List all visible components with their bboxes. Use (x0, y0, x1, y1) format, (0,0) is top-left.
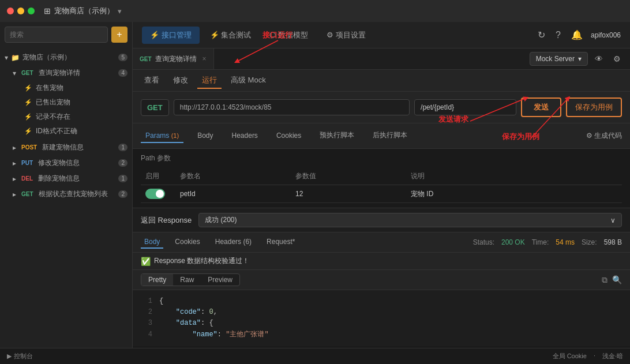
params-tab-post-script[interactable]: 后执行脚本 (368, 128, 412, 144)
format-tab-preview[interactable]: Preview (201, 274, 239, 286)
response-tab-body[interactable]: Body (141, 236, 163, 249)
search-icon-button[interactable]: 🔍 (612, 275, 622, 285)
action-tab-edit[interactable]: 修改 (168, 73, 193, 89)
response-tabs-bar: Body Cookies Headers (6) Request* Status… (133, 232, 630, 253)
mock-server-dropdown[interactable]: Mock Server ▾ (530, 52, 588, 66)
api-count: 1 (118, 144, 127, 151)
response-tab-cookies[interactable]: Cookies (171, 236, 203, 249)
notification-button[interactable]: 🔔 (569, 27, 585, 43)
api-group-label: 修改宠物信息 (38, 158, 80, 168)
refresh-button[interactable]: ↻ (535, 27, 548, 43)
item-label: 已售出宠物 (36, 97, 70, 107)
param-desc: 宠物 ID (406, 185, 622, 203)
response-meta: Status: 200 OK Time: 54 ms Size: 598 B (473, 238, 622, 246)
api-count: 2 (118, 190, 127, 198)
path-params-section: Path 参数 启用 参数名 参数值 说明 (133, 149, 630, 208)
maximize-button[interactable] (28, 7, 35, 14)
add-button[interactable]: + (111, 27, 127, 43)
code-content: "name": "主他广张谱" (159, 329, 269, 340)
params-tab-params[interactable]: Params (1) (141, 129, 183, 143)
format-tab-pretty[interactable]: Pretty (141, 274, 173, 286)
nav-tab-settings[interactable]: ⚙ 项目设置 (318, 27, 374, 44)
api-group-put-header[interactable]: ▸ PUT 修改宠物信息 2 (8, 155, 132, 171)
status-label-text: Status: (473, 238, 494, 246)
nav-tab-api-management[interactable]: ⚡ 接口管理 (142, 27, 200, 44)
params-table: 启用 参数名 参数值 说明 petId 12 (141, 168, 622, 203)
action-tab-run[interactable]: 运行 (197, 73, 222, 89)
copy-icon-button[interactable]: ⧉ (602, 275, 608, 285)
code-line: 2 "code": 0, (141, 307, 622, 318)
search-input[interactable] (5, 27, 108, 43)
line-number: 2 (141, 307, 152, 318)
api-tab-query-pet[interactable]: GET 查询宠物详情 × (133, 48, 214, 69)
param-enabled (141, 185, 175, 203)
request-method: GET (141, 99, 169, 116)
format-tab-raw[interactable]: Raw (173, 274, 201, 286)
api-group-get-pet-header[interactable]: ▾ GET 查询宠物详情 4 (8, 65, 132, 81)
mock-settings-icon-button[interactable]: ⚙ (610, 52, 624, 66)
request-url-path[interactable]: /pet/{petId} (414, 99, 516, 115)
sidebar-item-invalid-id[interactable]: ⚡ ID格式不正确 (17, 124, 132, 138)
eye-icon-button[interactable]: 👁 (591, 52, 606, 66)
nav-tab-collection-test[interactable]: ⚡ 集合测试 (202, 27, 260, 44)
request-bar: GET http://127.0.0.1:4523/mock/85 /pet/{… (133, 92, 630, 123)
tree-group-petshop-header[interactable]: ▾ 📁 宠物店（示例） 5 (0, 50, 132, 65)
minimize-button[interactable] (17, 7, 24, 14)
close-button[interactable] (7, 7, 14, 14)
console-button[interactable]: ▶ 控制台 (7, 352, 33, 361)
user-info: apifox006 (591, 31, 621, 39)
api-group-post-header[interactable]: ▸ POST 新建宠物信息 1 (8, 140, 132, 155)
time-value: 54 ms (556, 238, 575, 246)
api-group-label: 删除宠物信息 (38, 174, 80, 183)
content-area: ⚡ 接口管理 ⚡ 集合测试 ⬡ 数据模型 ⚙ 项目设置 ↻ ? (133, 22, 630, 348)
request-url-base[interactable]: http://127.0.0.1:4523/mock/85 (174, 99, 410, 115)
col-desc: 说明 (406, 168, 622, 185)
api-count: 1 (118, 175, 127, 182)
cookie-label[interactable]: 全局 Cookie (553, 352, 587, 361)
main-layout: + ▾ 📁 宠物店（示例） 5 ▾ GET 查询宠物详情 4 (0, 22, 630, 348)
params-tab-cookies[interactable]: Cookies (272, 129, 306, 143)
api-children: ⚡ 在售宠物 ⚡ 已售出宠物 ⚡ 记录不存在 ⚡ (8, 81, 132, 138)
help-button[interactable]: ? (553, 28, 563, 43)
theme-label[interactable]: 浅金·暗 (602, 352, 623, 361)
params-tab-body[interactable]: Body (193, 129, 217, 143)
nav-tabs: ⚡ 接口管理 ⚡ 集合测试 ⬡ 数据模型 ⚙ 项目设置 (142, 27, 374, 44)
params-count: (1) (171, 132, 179, 139)
method-badge-del: DEL (19, 175, 35, 182)
response-tab-request[interactable]: Request* (263, 236, 298, 249)
dropdown-icon[interactable]: ▾ (118, 7, 122, 16)
nav-tab-data-model[interactable]: ⬡ 数据模型 (261, 27, 316, 44)
check-icon: ✅ (141, 257, 151, 266)
action-tab-advanced-mock[interactable]: 高级 Mock (226, 73, 271, 89)
tab-close-button[interactable]: × (202, 55, 207, 63)
send-button[interactable]: 发送 (521, 97, 561, 117)
api-group-del: ▸ DEL 删除宠物信息 1 (0, 171, 132, 186)
console-icon: ▶ (7, 352, 12, 360)
lightning-icon: ⚡ (24, 99, 32, 106)
response-tab-headers[interactable]: Headers (6) (212, 236, 255, 249)
api-group-del-header[interactable]: ▸ DEL 删除宠物信息 1 (8, 171, 132, 186)
line-number: 3 (141, 318, 152, 329)
code-gen-link[interactable]: ⚙ 生成代码 (586, 131, 622, 141)
col-param-name: 参数名 (175, 168, 291, 185)
sidebar-item-not-exist[interactable]: ⚡ 记录不存在 (17, 110, 132, 124)
toggle-switch[interactable] (145, 189, 165, 199)
api-group-get-list-header[interactable]: ▸ GET 根据状态查找宠物列表 2 (8, 186, 132, 202)
sidebar-item-on-sale[interactable]: ⚡ 在售宠物 (17, 81, 132, 95)
navbar: ⚡ 接口管理 ⚡ 集合测试 ⬡ 数据模型 ⚙ 项目设置 ↻ ? (133, 22, 630, 48)
api-group-put: ▸ PUT 修改宠物信息 2 (0, 155, 132, 171)
folder-icon: 📁 (11, 54, 20, 62)
action-tab-view[interactable]: 查看 (140, 73, 164, 89)
params-tab-pre-script[interactable]: 预执行脚本 (315, 128, 359, 144)
param-value[interactable]: 12 (291, 185, 406, 203)
params-tab-headers[interactable]: Headers (227, 129, 262, 143)
app-title-text: 宠物商店（示例） (54, 6, 114, 16)
tree-group-petshop: ▾ 📁 宠物店（示例） 5 ▾ GET 查询宠物详情 4 ⚡ (0, 50, 132, 202)
sidebar-item-sold[interactable]: ⚡ 已售出宠物 (17, 95, 132, 110)
sidebar-search-bar: + (0, 22, 132, 47)
response-status-dropdown[interactable]: 成功 (200) ∨ (198, 213, 622, 227)
console-label: 控制台 (14, 352, 33, 361)
save-case-button[interactable]: 保存为用例 (566, 97, 622, 117)
response-title: 返回 Response (141, 215, 192, 226)
bottom-right: 全局 Cookie · 浅金·暗 (553, 352, 623, 361)
